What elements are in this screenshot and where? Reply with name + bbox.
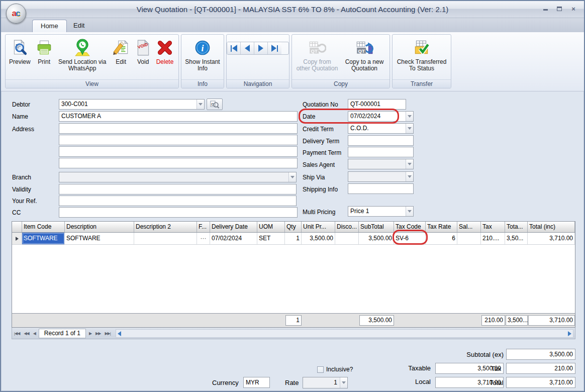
grid-header[interactable]: Unit Pr... bbox=[302, 222, 335, 232]
copy-to-new-quotation-button[interactable]: QT Copy to a new Quotation bbox=[341, 37, 388, 73]
void-button[interactable]: VOID Void bbox=[133, 37, 154, 66]
record-next-page-button[interactable]: ▶▶ bbox=[93, 329, 103, 338]
tab-edit[interactable]: Edit bbox=[65, 20, 92, 32]
record-last-button[interactable]: ▶▶| bbox=[103, 329, 112, 338]
validity-field[interactable] bbox=[59, 184, 297, 194]
show-instant-info-button[interactable]: i Show Instant Info bbox=[182, 37, 223, 73]
grid-summary-row: 1 3,500.00 210.00 3,500... 3,710.00 bbox=[12, 313, 575, 327]
shipping-info-field[interactable] bbox=[348, 183, 414, 194]
cell-description-2[interactable] bbox=[134, 233, 197, 244]
delivery-term-field[interactable] bbox=[348, 135, 414, 146]
grid-header[interactable]: Description bbox=[65, 222, 134, 232]
address-line-3[interactable] bbox=[59, 146, 298, 157]
debtor-dropdown-icon[interactable] bbox=[197, 100, 204, 109]
quotation-no-field[interactable]: QT-000001 bbox=[348, 99, 406, 110]
grid-horizontal-scrollbar[interactable] bbox=[116, 329, 573, 338]
summary-subtotal: 3,500.00 bbox=[359, 315, 394, 326]
name-field[interactable]: CUSTOMER A bbox=[59, 111, 298, 122]
ship-via-dropdown-icon[interactable] bbox=[406, 172, 413, 181]
nav-first-record-button[interactable] bbox=[227, 42, 241, 54]
cell-sales-tax[interactable] bbox=[457, 233, 481, 244]
grid-header[interactable]: Total (inc) bbox=[528, 222, 575, 232]
tax-code-highlight-annotation bbox=[393, 230, 428, 245]
grid-header[interactable]: Qty bbox=[285, 222, 302, 232]
record-prev-button[interactable]: ◀ bbox=[31, 329, 38, 338]
cell-uom[interactable]: SET bbox=[257, 233, 285, 244]
grid-header[interactable]: Disco... bbox=[335, 222, 359, 232]
cell-description[interactable]: SOFTWARE bbox=[65, 233, 134, 244]
cell-tax[interactable]: 210.... bbox=[481, 233, 505, 244]
inclusive-checkbox[interactable] bbox=[317, 366, 324, 373]
sales-agent-dropdown-icon[interactable] bbox=[406, 159, 413, 169]
debtor-lookup-button[interactable]: D bbox=[207, 99, 223, 110]
address-line-4[interactable] bbox=[59, 158, 298, 168]
edit-button[interactable]: Edit bbox=[110, 37, 133, 66]
nav-last-record-button[interactable] bbox=[268, 42, 281, 54]
nav-previous-record-button[interactable] bbox=[241, 42, 254, 54]
address-line-1[interactable] bbox=[59, 123, 298, 134]
scroll-left-icon[interactable] bbox=[118, 331, 121, 336]
sales-agent-label: Sales Agent bbox=[303, 160, 335, 170]
ship-via-combo[interactable] bbox=[348, 171, 414, 182]
preview-button[interactable]: Preview bbox=[7, 37, 33, 66]
cell-subtotal[interactable]: 3,500.00 bbox=[359, 233, 394, 244]
sales-agent-combo[interactable] bbox=[348, 159, 414, 169]
credit-term-label: Credit Term bbox=[303, 124, 334, 134]
record-next-button[interactable]: ▶ bbox=[87, 329, 93, 338]
tab-home[interactable]: Home bbox=[32, 20, 67, 32]
rate-combo[interactable]: 1 bbox=[303, 377, 348, 388]
total-value: 3,710.00 bbox=[506, 377, 575, 388]
maximize-button[interactable] bbox=[553, 5, 566, 14]
multi-pricing-dropdown-icon[interactable] bbox=[406, 207, 413, 216]
send-location-whatsapp-button[interactable]: Send Location via WhatsApp bbox=[55, 37, 110, 73]
scroll-right-icon[interactable] bbox=[568, 331, 571, 336]
cell-unit-price[interactable]: 3,500.00 bbox=[302, 233, 335, 244]
minimize-button[interactable] bbox=[539, 5, 552, 14]
quotation-no-label: Quotation No bbox=[303, 100, 338, 110]
grid-header[interactable]: Item Code bbox=[22, 222, 65, 232]
grid-header[interactable]: Tax bbox=[481, 222, 505, 232]
autocount-logo-icon[interactable]: ac bbox=[6, 4, 26, 24]
nav-next-record-button[interactable] bbox=[254, 42, 268, 54]
check-transferred-status-button[interactable]: Check Transferred To Status bbox=[394, 37, 449, 73]
grid-header[interactable]: Tota... bbox=[505, 222, 528, 232]
date-dropdown-icon[interactable] bbox=[406, 112, 413, 121]
branch-combo[interactable] bbox=[59, 172, 297, 182]
cell-total-ex[interactable]: 3,50... bbox=[505, 233, 528, 244]
record-first-button[interactable]: |◀◀ bbox=[12, 329, 22, 338]
grid-header-row: Item Code Description Description 2 F...… bbox=[12, 222, 575, 233]
cell-further-options-button[interactable]: ··· bbox=[197, 233, 210, 244]
your-ref-field[interactable] bbox=[59, 195, 297, 206]
grid-header[interactable]: UOM bbox=[257, 222, 285, 232]
payment-term-field[interactable] bbox=[348, 147, 414, 157]
group-label-navigation: Navigation bbox=[227, 79, 289, 88]
grid-header[interactable]: Sal... bbox=[457, 222, 481, 232]
delete-button[interactable]: Delete bbox=[154, 37, 176, 66]
cell-item-code[interactable]: SOFTWARE bbox=[22, 233, 65, 244]
rate-dropdown-icon[interactable] bbox=[340, 377, 347, 388]
grid-header[interactable]: Tax Rate bbox=[426, 222, 457, 232]
group-label-view: View bbox=[6, 79, 178, 88]
cell-tax-rate[interactable]: 6 bbox=[426, 233, 457, 244]
local-label: Local bbox=[383, 378, 431, 385]
grid-header[interactable]: SubTotal bbox=[359, 222, 394, 232]
print-button[interactable]: Print bbox=[33, 37, 55, 66]
grid-header[interactable]: F... bbox=[197, 222, 210, 232]
cc-label: CC bbox=[12, 208, 21, 218]
cell-qty[interactable]: 1 bbox=[285, 233, 302, 244]
cc-field[interactable] bbox=[59, 207, 298, 218]
branch-dropdown-icon[interactable] bbox=[288, 172, 296, 182]
grid-header[interactable]: Description 2 bbox=[134, 222, 197, 232]
cell-total-inc[interactable]: 3,710.00 bbox=[528, 233, 575, 244]
close-button[interactable]: × bbox=[567, 5, 580, 14]
cell-discount[interactable] bbox=[335, 233, 359, 244]
debtor-combo[interactable]: 300-C001 bbox=[59, 99, 205, 110]
record-prev-page-button[interactable]: ◀◀ bbox=[22, 329, 31, 338]
grid-header[interactable]: Delivery Date bbox=[210, 222, 257, 232]
credit-term-combo[interactable]: C.O.D. bbox=[348, 123, 414, 134]
cell-delivery-date[interactable]: 07/02/2024 bbox=[210, 233, 257, 244]
currency-value: MYR bbox=[243, 377, 270, 388]
credit-term-dropdown-icon[interactable] bbox=[406, 124, 413, 133]
multi-pricing-combo[interactable]: Price 1 bbox=[348, 206, 414, 217]
address-line-2[interactable] bbox=[59, 135, 298, 145]
